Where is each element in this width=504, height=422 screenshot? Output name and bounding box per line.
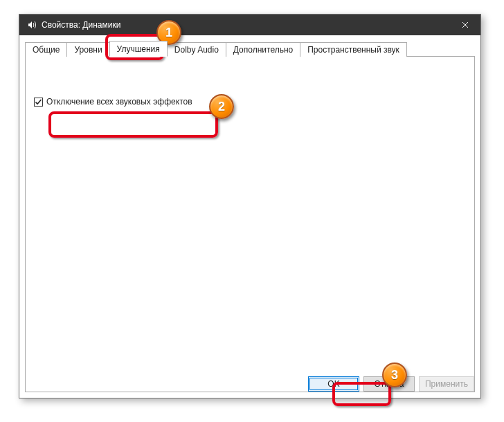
close-icon [462,21,469,28]
tab-enhancements[interactable]: Улучшения [109,41,168,57]
tab-body: Отключение всех звуковых эффектов [25,57,475,392]
tab-strip: Общие Уровни Улучшения Dolby Audio Допол… [25,41,475,57]
cancel-button[interactable]: Отмена [363,376,415,392]
close-button[interactable] [449,15,480,35]
tab-general[interactable]: Общие [25,42,67,57]
disable-effects-row[interactable]: Отключение всех звуковых эффектов [34,97,192,107]
disable-effects-checkbox[interactable] [34,98,43,107]
button-row: OK Отмена Применить [308,376,474,392]
titlebar: Свойства: Динамики [19,15,480,35]
window-title: Свойства: Динамики [42,20,120,30]
tab-dolby-audio[interactable]: Dolby Audio [167,42,226,57]
disable-effects-label: Отключение всех звуковых эффектов [46,97,192,107]
checkmark-icon [35,98,42,106]
properties-dialog: Свойства: Динамики Общие Уровни Улучшени… [19,14,481,398]
tab-advanced[interactable]: Дополнительно [226,42,300,57]
ok-button[interactable]: OK [308,376,359,392]
tab-levels[interactable]: Уровни [66,42,109,57]
apply-button[interactable]: Применить [419,376,474,392]
speaker-icon [26,19,37,30]
tab-spatial-sound[interactable]: Пространственный звук [300,42,407,57]
